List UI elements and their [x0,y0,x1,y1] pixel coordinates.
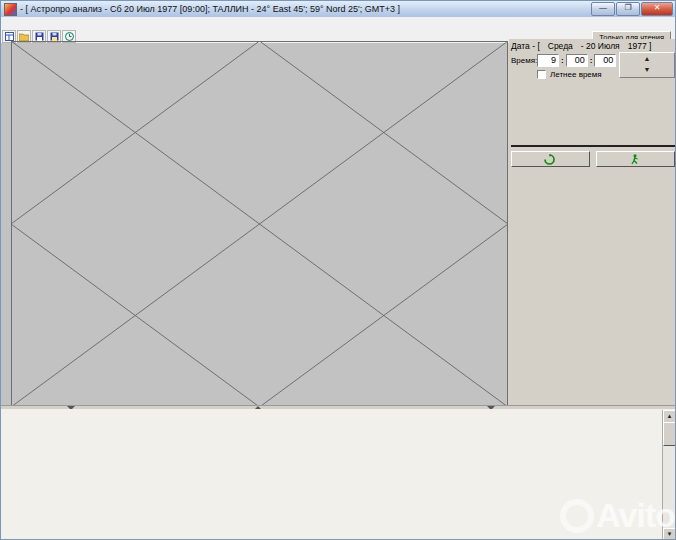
date-day-month: - 20 Июля [581,41,620,51]
date-year: 1977 ] [628,41,652,51]
window-title: - [ Астропро анализ - Сб 20 Июл 1977 [09… [20,4,590,14]
chart-grid [11,41,508,407]
maximize-button[interactable]: ❐ [616,2,640,16]
date-prefix: Дата - [ [511,41,540,51]
spin-down-icon[interactable]: ▼ [620,64,674,75]
dst-label: Летнее время [550,70,602,79]
divider [511,145,675,147]
panel-tabs [509,171,676,183]
recalc-button[interactable] [511,151,590,167]
scroll-down-icon[interactable]: ▼ [663,528,676,540]
scrollbar-thumb[interactable] [663,422,676,446]
close-button[interactable]: ✕ [641,2,673,16]
dst-checkbox[interactable] [537,70,546,79]
control-panel: Дата - [ Среда - 20 Июля 1977 ] Время: 9… [509,39,676,405]
app-window: - [ Астропро анализ - Сб 20 Июл 1977 [09… [0,0,676,540]
date-weekday: Среда [548,41,573,51]
positions-table [1,409,676,540]
rasi-chart[interactable] [1,43,508,405]
auto-button[interactable] [596,151,675,167]
time-spinner[interactable]: ▲ ▼ [619,52,675,78]
table-scrollbar[interactable]: ▲ ▼ [662,410,675,540]
seconds-field[interactable]: 00 [594,54,616,67]
dasha-list[interactable] [511,184,675,404]
title-bar[interactable]: - [ Астропро анализ - Сб 20 Июл 1977 [09… [1,1,675,17]
hours-field[interactable]: 9 [537,54,559,67]
main-area: Дата - [ Среда - 20 Июля 1977 ] Время: 9… [1,43,676,405]
app-icon [4,3,17,16]
minimize-button[interactable]: — [591,2,615,16]
menu-bar [1,17,675,31]
date-display[interactable]: Дата - [ Среда - 20 Июля 1977 ] [511,41,676,51]
minutes-field[interactable]: 00 [566,54,588,67]
spin-up-icon[interactable]: ▲ [620,53,674,64]
time-label: Время: [511,56,537,65]
runner-icon [630,154,639,165]
recycle-icon [544,154,555,165]
